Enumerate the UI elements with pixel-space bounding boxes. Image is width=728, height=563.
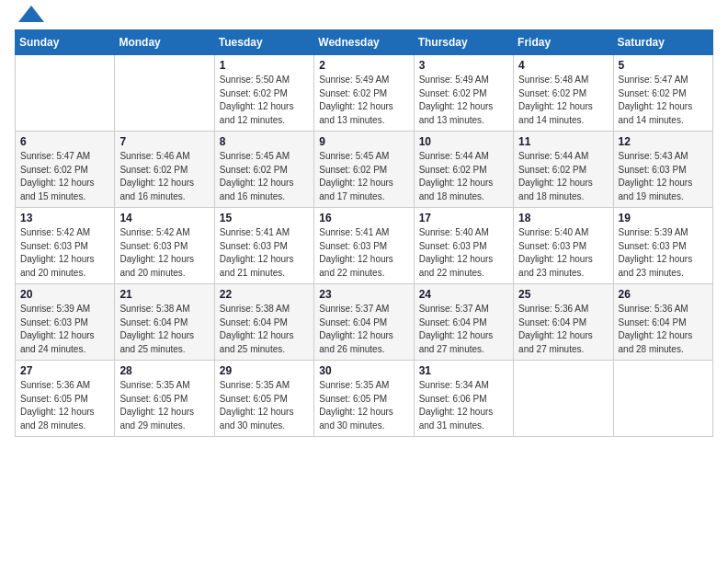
calendar-week-2: 6Sunrise: 5:47 AM Sunset: 6:02 PM Daylig… [16, 132, 713, 208]
day-info: Sunrise: 5:41 AM Sunset: 6:03 PM Dayligh… [319, 226, 408, 280]
day-info: Sunrise: 5:47 AM Sunset: 6:02 PM Dayligh… [619, 74, 708, 127]
day-info: Sunrise: 5:41 AM Sunset: 6:03 PM Dayligh… [220, 226, 309, 280]
day-info: Sunrise: 5:36 AM Sunset: 6:04 PM Dayligh… [518, 303, 608, 356]
calendar-cell: 25Sunrise: 5:36 AM Sunset: 6:04 PM Dayli… [514, 284, 613, 361]
day-info: Sunrise: 5:40 AM Sunset: 6:03 PM Dayligh… [419, 226, 508, 280]
calendar-cell [613, 361, 712, 437]
day-number: 6 [20, 135, 109, 148]
day-number: 22 [220, 288, 309, 301]
calendar-cell: 31Sunrise: 5:34 AM Sunset: 6:06 PM Dayli… [414, 361, 513, 437]
day-number: 12 [619, 135, 708, 148]
day-number: 16 [319, 212, 408, 224]
calendar-table: SundayMondayTuesdayWednesdayThursdayFrid… [15, 29, 713, 437]
calendar-cell: 9Sunrise: 5:45 AM Sunset: 6:02 PM Daylig… [314, 132, 414, 208]
day-number: 25 [518, 288, 608, 301]
weekday-header-wednesday: Wednesday [314, 30, 414, 55]
weekday-header-monday: Monday [115, 30, 214, 55]
calendar-cell: 11Sunrise: 5:44 AM Sunset: 6:02 PM Dayli… [514, 132, 613, 208]
day-number: 17 [419, 212, 508, 224]
day-number: 9 [319, 135, 408, 148]
day-info: Sunrise: 5:40 AM Sunset: 6:03 PM Dayligh… [518, 226, 608, 280]
calendar-cell: 13Sunrise: 5:42 AM Sunset: 6:03 PM Dayli… [16, 208, 115, 284]
day-number: 26 [619, 288, 708, 301]
calendar-cell: 23Sunrise: 5:37 AM Sunset: 6:04 PM Dayli… [314, 284, 414, 361]
day-info: Sunrise: 5:42 AM Sunset: 6:03 PM Dayligh… [20, 226, 109, 280]
day-number: 29 [220, 364, 309, 377]
day-number: 19 [619, 212, 708, 224]
svg-marker-0 [18, 6, 44, 22]
day-info: Sunrise: 5:35 AM Sunset: 6:05 PM Dayligh… [119, 379, 209, 432]
day-number: 31 [419, 364, 508, 377]
day-number: 11 [518, 135, 608, 148]
day-number: 8 [220, 135, 309, 148]
weekday-header-saturday: Saturday [613, 30, 712, 55]
day-number: 24 [419, 288, 508, 301]
calendar-week-3: 13Sunrise: 5:42 AM Sunset: 6:03 PM Dayli… [16, 208, 713, 284]
calendar-cell: 6Sunrise: 5:47 AM Sunset: 6:02 PM Daylig… [16, 132, 115, 208]
calendar-cell: 8Sunrise: 5:45 AM Sunset: 6:02 PM Daylig… [214, 132, 313, 208]
day-number: 14 [119, 212, 209, 224]
calendar-cell: 4Sunrise: 5:48 AM Sunset: 6:02 PM Daylig… [514, 55, 613, 132]
calendar-cell: 14Sunrise: 5:42 AM Sunset: 6:03 PM Dayli… [115, 208, 214, 284]
calendar-week-5: 27Sunrise: 5:36 AM Sunset: 6:05 PM Dayli… [16, 361, 713, 437]
day-info: Sunrise: 5:48 AM Sunset: 6:02 PM Dayligh… [518, 74, 608, 127]
day-info: Sunrise: 5:46 AM Sunset: 6:02 PM Dayligh… [119, 150, 209, 203]
page-header [15, 15, 713, 22]
calendar-cell [514, 361, 613, 437]
logo [15, 15, 44, 22]
calendar-cell: 19Sunrise: 5:39 AM Sunset: 6:03 PM Dayli… [613, 208, 712, 284]
day-info: Sunrise: 5:45 AM Sunset: 6:02 PM Dayligh… [220, 150, 309, 203]
calendar-cell: 12Sunrise: 5:43 AM Sunset: 6:03 PM Dayli… [613, 132, 712, 208]
calendar-cell [16, 55, 115, 132]
day-number: 2 [319, 59, 408, 72]
day-info: Sunrise: 5:44 AM Sunset: 6:02 PM Dayligh… [419, 150, 508, 203]
day-info: Sunrise: 5:49 AM Sunset: 6:02 PM Dayligh… [319, 74, 408, 127]
day-info: Sunrise: 5:38 AM Sunset: 6:04 PM Dayligh… [119, 303, 209, 356]
calendar-cell: 2Sunrise: 5:49 AM Sunset: 6:02 PM Daylig… [314, 55, 414, 132]
day-info: Sunrise: 5:42 AM Sunset: 6:03 PM Dayligh… [119, 226, 209, 280]
day-info: Sunrise: 5:49 AM Sunset: 6:02 PM Dayligh… [419, 74, 508, 127]
day-number: 30 [319, 364, 408, 377]
day-info: Sunrise: 5:43 AM Sunset: 6:03 PM Dayligh… [619, 150, 708, 203]
calendar-cell: 29Sunrise: 5:35 AM Sunset: 6:05 PM Dayli… [214, 361, 313, 437]
day-info: Sunrise: 5:35 AM Sunset: 6:05 PM Dayligh… [319, 379, 408, 432]
weekday-header-tuesday: Tuesday [214, 30, 313, 55]
day-info: Sunrise: 5:39 AM Sunset: 6:03 PM Dayligh… [619, 226, 708, 280]
calendar-cell: 10Sunrise: 5:44 AM Sunset: 6:02 PM Dayli… [414, 132, 513, 208]
calendar-cell: 28Sunrise: 5:35 AM Sunset: 6:05 PM Dayli… [115, 361, 214, 437]
calendar-cell: 5Sunrise: 5:47 AM Sunset: 6:02 PM Daylig… [613, 55, 712, 132]
calendar-cell: 16Sunrise: 5:41 AM Sunset: 6:03 PM Dayli… [314, 208, 414, 284]
day-number: 15 [220, 212, 309, 224]
calendar-cell: 15Sunrise: 5:41 AM Sunset: 6:03 PM Dayli… [214, 208, 313, 284]
calendar-cell: 1Sunrise: 5:50 AM Sunset: 6:02 PM Daylig… [214, 55, 313, 132]
day-number: 13 [20, 212, 109, 224]
calendar-cell: 22Sunrise: 5:38 AM Sunset: 6:04 PM Dayli… [214, 284, 313, 361]
day-number: 27 [20, 364, 109, 377]
day-number: 18 [518, 212, 608, 224]
day-number: 1 [220, 59, 309, 72]
calendar-cell [115, 55, 214, 132]
calendar-week-4: 20Sunrise: 5:39 AM Sunset: 6:03 PM Dayli… [16, 284, 713, 361]
day-info: Sunrise: 5:44 AM Sunset: 6:02 PM Dayligh… [518, 150, 608, 203]
weekday-header-friday: Friday [514, 30, 613, 55]
day-number: 3 [419, 59, 508, 72]
day-info: Sunrise: 5:39 AM Sunset: 6:03 PM Dayligh… [20, 303, 109, 356]
day-info: Sunrise: 5:37 AM Sunset: 6:04 PM Dayligh… [319, 303, 408, 356]
weekday-header-sunday: Sunday [16, 30, 115, 55]
calendar-cell: 24Sunrise: 5:37 AM Sunset: 6:04 PM Dayli… [414, 284, 513, 361]
day-number: 7 [119, 135, 209, 148]
day-info: Sunrise: 5:36 AM Sunset: 6:05 PM Dayligh… [20, 379, 109, 432]
day-info: Sunrise: 5:45 AM Sunset: 6:02 PM Dayligh… [319, 150, 408, 203]
day-number: 5 [619, 59, 708, 72]
calendar-cell: 18Sunrise: 5:40 AM Sunset: 6:03 PM Dayli… [514, 208, 613, 284]
logo-icon [18, 6, 44, 22]
day-number: 28 [119, 364, 209, 377]
day-info: Sunrise: 5:37 AM Sunset: 6:04 PM Dayligh… [419, 303, 508, 356]
calendar-week-1: 1Sunrise: 5:50 AM Sunset: 6:02 PM Daylig… [16, 55, 713, 132]
day-number: 21 [119, 288, 209, 301]
calendar-cell: 20Sunrise: 5:39 AM Sunset: 6:03 PM Dayli… [16, 284, 115, 361]
weekday-header-thursday: Thursday [414, 30, 513, 55]
day-info: Sunrise: 5:47 AM Sunset: 6:02 PM Dayligh… [20, 150, 109, 203]
day-info: Sunrise: 5:34 AM Sunset: 6:06 PM Dayligh… [419, 379, 508, 432]
day-info: Sunrise: 5:38 AM Sunset: 6:04 PM Dayligh… [220, 303, 309, 356]
